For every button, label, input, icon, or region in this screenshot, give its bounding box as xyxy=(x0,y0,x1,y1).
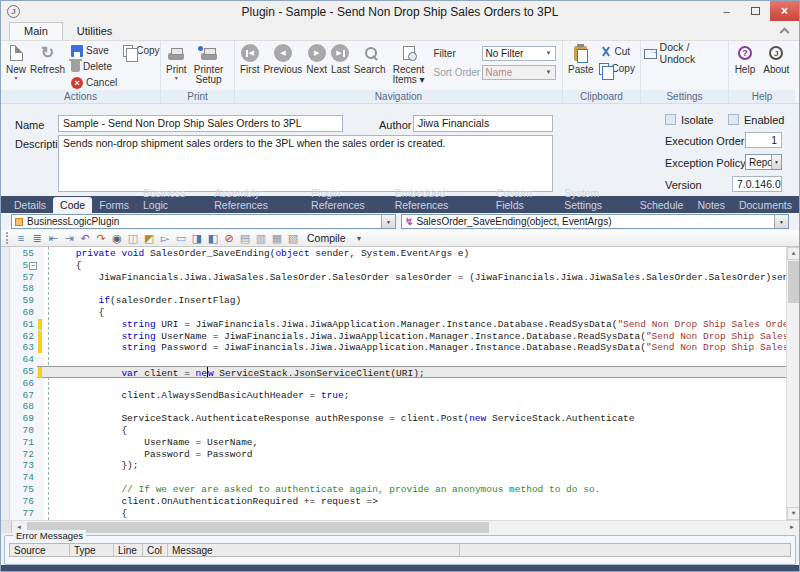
editor-horizontal-scrollbar[interactable]: ◄ ► xyxy=(1,520,799,533)
bookmark-next-icon[interactable]: ◨ xyxy=(189,231,205,246)
chevron-down-icon[interactable]: ▼ xyxy=(774,215,788,228)
tab-schedule[interactable]: Schedule xyxy=(633,197,691,213)
scroll-right-icon[interactable]: ► xyxy=(785,521,799,533)
vertical-scroll-thumb[interactable] xyxy=(788,261,799,303)
tab-system-settings[interactable]: System Settings xyxy=(557,185,633,213)
code-text[interactable]: string Password = JiwaFinancials.Jiwa.Ji… xyxy=(44,342,786,354)
code-text[interactable]: { xyxy=(44,508,786,520)
print-button[interactable]: Print ▾ xyxy=(164,43,189,81)
help-button[interactable]: ? Help xyxy=(733,43,758,75)
scroll-up-icon[interactable]: ▲ xyxy=(787,247,799,260)
compile-button[interactable]: Compile xyxy=(301,231,352,245)
class-select[interactable]: BusinessLogicPlugin ▼ xyxy=(11,214,396,229)
error-column-col[interactable]: Col xyxy=(143,544,168,556)
recent-items-button[interactable]: Recent Items ▾ xyxy=(388,43,430,85)
maximize-button[interactable] xyxy=(741,1,770,21)
code-text[interactable]: string UserName = JiwaFinancials.Jiwa.Ji… xyxy=(44,331,786,343)
version-field[interactable]: 7.0.146.0 xyxy=(732,176,782,192)
dock-undock-button[interactable]: → Dock / Undock xyxy=(644,45,725,60)
enabled-checkbox[interactable] xyxy=(728,114,739,125)
previous-button[interactable]: ◀ Previous xyxy=(261,43,304,75)
copy-button[interactable]: Copy xyxy=(123,43,159,58)
clipboard-copy-button[interactable]: Copy xyxy=(599,61,635,76)
output-window-icon[interactable]: ▧ xyxy=(285,231,301,246)
code-text[interactable]: if(salesOrder.InsertFlag) xyxy=(44,295,786,307)
locals-window-icon[interactable]: ▦ xyxy=(269,231,285,246)
toolbar-overflow-icon[interactable]: ▼ xyxy=(352,235,367,242)
filter-select[interactable]: No Filter ▼ xyxy=(482,46,556,61)
outdent-icon[interactable]: ⇤ xyxy=(45,231,61,246)
code-text[interactable]: private void SalesOrder_SaveEnding(objec… xyxy=(44,248,786,260)
minimize-button[interactable]: – xyxy=(712,1,741,21)
name-field[interactable]: Sample - Send Non Drop Ship Sales Orders… xyxy=(58,115,343,132)
first-button[interactable]: ◀ First xyxy=(238,43,261,75)
description-field[interactable]: Sends non-drop shipment sales orders to … xyxy=(58,135,553,192)
ribbon-tab-main[interactable]: Main xyxy=(9,22,63,40)
clear-bookmarks-icon[interactable]: ⊘ xyxy=(221,231,237,246)
code-text[interactable]: client.AlwaysSendBasicAuthHeader = true; xyxy=(44,390,786,402)
chevron-down-icon[interactable]: ▼ xyxy=(771,155,781,169)
code-text[interactable]: JiwaFinancials.Jiwa.JiwaSales.SalesOrder… xyxy=(44,272,786,284)
new-button[interactable]: New ▾ xyxy=(4,43,28,81)
tab-embedded-references[interactable]: Embedded References xyxy=(388,185,489,213)
code-text[interactable]: Password = Password xyxy=(44,449,786,461)
code-editor[interactable]: 55 private void SalesOrder_SaveEnding(ob… xyxy=(1,247,799,520)
scroll-down-icon[interactable]: ▼ xyxy=(787,507,799,520)
editor-vertical-scrollbar[interactable]: ▲ ▼ xyxy=(786,247,799,520)
tab-custom-fields[interactable]: Custom Fields xyxy=(489,185,557,213)
paste-button[interactable]: Paste xyxy=(566,43,596,75)
tab-code[interactable]: Code xyxy=(53,197,92,213)
code-text[interactable] xyxy=(44,472,786,484)
about-button[interactable]: J About xyxy=(761,43,791,75)
code-text[interactable]: { xyxy=(44,307,786,319)
code-text[interactable]: UserName = UserName, xyxy=(44,437,786,449)
code-text[interactable]: // If we ever are asked to authenticate … xyxy=(44,484,786,496)
close-button[interactable]: × xyxy=(770,1,799,21)
chevron-down-icon[interactable]: ▼ xyxy=(381,215,395,228)
error-column-source[interactable]: Source xyxy=(10,544,70,556)
code-text[interactable]: { xyxy=(44,260,786,272)
tab-notes[interactable]: Notes xyxy=(690,197,731,213)
code-text[interactable] xyxy=(44,378,786,390)
code-text[interactable]: var client = new ServiceStack.JsonServic… xyxy=(44,366,786,378)
tab-details[interactable]: Details xyxy=(7,197,53,213)
redo-icon[interactable]: ↷ xyxy=(93,231,109,246)
code-text[interactable] xyxy=(44,354,786,366)
next-button[interactable]: ▶ Next xyxy=(304,43,329,75)
ribbon-collapse-button[interactable] xyxy=(781,26,791,36)
fold-collapse-icon[interactable]: − xyxy=(29,262,37,270)
error-column-type[interactable]: Type xyxy=(70,544,114,556)
isolate-checkbox[interactable] xyxy=(665,114,676,125)
code-text[interactable]: { xyxy=(44,425,786,437)
error-column-line[interactable]: Line xyxy=(114,544,143,556)
indent-icon[interactable]: ⇥ xyxy=(61,231,77,246)
toolbar-grip[interactable] xyxy=(6,232,10,244)
ribbon-tab-utilities[interactable]: Utilities xyxy=(63,23,126,40)
error-column-message[interactable]: Message xyxy=(168,544,460,556)
execution-order-field[interactable]: 1 xyxy=(745,132,782,148)
code-text[interactable]: ServiceStack.AuthenticateResponse authRe… xyxy=(44,413,786,425)
code-text[interactable] xyxy=(44,283,786,295)
tab-business-logic[interactable]: Business Logic xyxy=(136,185,207,213)
tab-documents[interactable]: Documents xyxy=(732,197,799,213)
tab-forms[interactable]: Forms xyxy=(92,197,136,213)
printer-setup-button[interactable]: Printer Setup xyxy=(189,43,229,85)
exception-policy-select[interactable]: Report ▼ xyxy=(745,154,782,170)
code-text[interactable]: client.OnAuthenticationRequired += reque… xyxy=(44,496,786,508)
code-text[interactable]: string URI = JiwaFinancials.Jiwa.JiwaApp… xyxy=(44,319,786,331)
cancel-button[interactable]: × Cancel xyxy=(71,75,117,90)
code-text[interactable] xyxy=(44,401,786,413)
tab-assembly-references[interactable]: Assembly References xyxy=(207,185,304,213)
last-button[interactable]: ▶ Last xyxy=(329,43,352,75)
save-button[interactable]: Save xyxy=(71,43,117,58)
undo-icon[interactable]: ↶ xyxy=(77,231,93,246)
insert-snippet-icon[interactable]: ◩ xyxy=(141,231,157,246)
refresh-button[interactable]: ↻ Refresh xyxy=(28,43,67,75)
horizontal-scroll-thumb[interactable] xyxy=(27,522,489,533)
select-block-icon[interactable]: ◫ xyxy=(125,231,141,246)
code-text[interactable]: }); xyxy=(44,460,786,472)
format-document-icon[interactable]: ≡ xyxy=(13,231,29,246)
cut-button[interactable]: Cut xyxy=(599,44,635,59)
find-icon[interactable]: ◉ xyxy=(109,231,125,246)
format-selection-icon[interactable]: ≣ xyxy=(29,231,45,246)
